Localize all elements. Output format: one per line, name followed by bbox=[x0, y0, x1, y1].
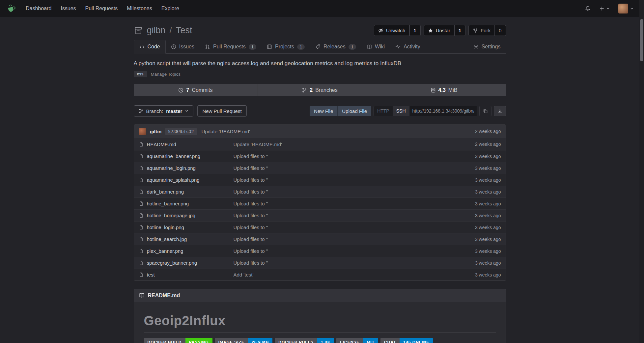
unwatch-button[interactable]: Unwatch bbox=[374, 25, 409, 36]
ssh-toggle[interactable]: SSH bbox=[393, 106, 409, 116]
file-icon bbox=[139, 177, 144, 182]
navbar-link[interactable]: Explore bbox=[157, 0, 184, 17]
new-pull-request-button[interactable]: New Pull Request bbox=[197, 105, 246, 117]
activity-icon bbox=[395, 44, 401, 49]
chevron-down-icon bbox=[630, 7, 633, 10]
file-commit-time: 3 weeks ago bbox=[475, 213, 501, 218]
watchers-count[interactable]: 1 bbox=[409, 25, 420, 36]
repo-owner-link[interactable]: gilbn bbox=[147, 25, 166, 36]
commit-message-link[interactable]: Update 'README.md' bbox=[202, 129, 250, 134]
file-icon bbox=[139, 237, 144, 242]
branches-stat[interactable]: 2 Branches bbox=[258, 84, 382, 96]
new-file-button[interactable]: New File bbox=[310, 106, 338, 116]
shield-badge[interactable]: CHAT 146 ONLINE bbox=[380, 338, 433, 343]
file-icon bbox=[139, 272, 144, 277]
manage-topics-link[interactable]: Manage Topics bbox=[151, 72, 181, 77]
clipboard-icon bbox=[483, 109, 488, 114]
navbar-link[interactable]: Pull Requests bbox=[81, 0, 123, 17]
branch-dropdown[interactable]: Branch: master bbox=[134, 105, 194, 117]
star-icon bbox=[428, 28, 433, 33]
file-actions-group: New File Upload File bbox=[310, 106, 371, 116]
file-name-link[interactable]: test bbox=[147, 272, 155, 277]
readme-title: Geoip2Influx bbox=[144, 313, 496, 332]
clone-url-input[interactable] bbox=[409, 106, 477, 116]
navbar-link[interactable]: Dashboard bbox=[21, 0, 56, 17]
file-row: test Add 'test' 3 weeks ago bbox=[134, 269, 506, 280]
tab-activity[interactable]: Activity bbox=[390, 40, 426, 53]
forks-count[interactable]: 0 bbox=[495, 25, 506, 36]
stars-count[interactable]: 1 bbox=[455, 25, 465, 36]
http-toggle[interactable]: HTTP bbox=[374, 106, 393, 116]
file-commit-message-link[interactable]: Upload files to '' bbox=[234, 224, 475, 230]
file-commit-message-link[interactable]: Update 'README.md' bbox=[234, 142, 475, 147]
tab-wiki[interactable]: Wiki bbox=[361, 40, 390, 53]
repo-title: gilbn / Test bbox=[134, 25, 192, 36]
navbar-link[interactable]: Issues bbox=[56, 0, 80, 17]
copy-url-button[interactable] bbox=[479, 106, 491, 116]
chevron-down-icon bbox=[185, 109, 188, 113]
file-name-link[interactable]: aquamarine_login.png bbox=[147, 165, 196, 171]
commit-author-avatar bbox=[139, 128, 146, 135]
shield-badge[interactable]: DOCKER PULLS 1.4K bbox=[275, 338, 334, 343]
fork-button[interactable]: Fork bbox=[468, 25, 495, 36]
user-menu[interactable] bbox=[618, 4, 633, 13]
file-commit-message-link[interactable]: Upload files to '' bbox=[234, 201, 475, 206]
tab-projects[interactable]: Projects 1 bbox=[262, 40, 310, 53]
file-name-cell: plex_banner.png bbox=[139, 248, 234, 254]
file-name-cell: dark_banner.png bbox=[139, 189, 234, 195]
shield-badge[interactable]: DOCKER BUILD PASSING bbox=[144, 338, 212, 343]
file-name-link[interactable]: hotline_banner.png bbox=[147, 201, 189, 206]
file-commit-message-link[interactable]: Add 'test' bbox=[234, 272, 475, 277]
repo-name-link[interactable]: Test bbox=[176, 25, 192, 36]
gitea-logo-icon[interactable] bbox=[6, 3, 16, 14]
file-commit-message-link[interactable]: Upload files to '' bbox=[234, 260, 475, 266]
unstar-button[interactable]: Unstar bbox=[424, 25, 455, 36]
file-commit-message-link[interactable]: Upload files to '' bbox=[234, 248, 475, 254]
file-row: README.md Update 'README.md' 2 weeks ago bbox=[134, 138, 506, 150]
shield-badge[interactable]: IMAGE SIZE 26.9 MB bbox=[215, 338, 273, 343]
file-commit-message-link[interactable]: Upload files to '' bbox=[234, 165, 475, 171]
upload-file-button[interactable]: Upload File bbox=[338, 106, 371, 116]
file-commit-time: 3 weeks ago bbox=[475, 201, 501, 206]
commit-hash-link[interactable]: 57384bfc32 bbox=[165, 128, 197, 135]
file-name-cell: aquamarine_banner.png bbox=[139, 153, 234, 159]
file-name-link[interactable]: hotline_login.png bbox=[147, 224, 184, 230]
unstar-group: Unstar 1 bbox=[424, 25, 466, 36]
app: Dashboard Issues Pull Requests Milestone… bbox=[0, 0, 639, 343]
readme-body: Geoip2Influx DOCKER BUILD PASSING IMAGE … bbox=[134, 302, 506, 343]
commit-author-link[interactable]: gilbn bbox=[150, 129, 162, 134]
branch-icon bbox=[302, 88, 307, 93]
file-commit-message-link[interactable]: Upload files to '' bbox=[234, 153, 475, 159]
file-commit-message-link[interactable]: Upload files to '' bbox=[234, 189, 475, 195]
file-name-link[interactable]: dark_banner.png bbox=[147, 189, 184, 195]
file-name-link[interactable]: README.md bbox=[147, 142, 176, 147]
file-commit-message-link[interactable]: Upload files to '' bbox=[234, 213, 475, 218]
file-commit-message-link[interactable]: Upload files to '' bbox=[234, 177, 475, 183]
notifications-button[interactable] bbox=[585, 6, 591, 12]
create-new-button[interactable] bbox=[599, 6, 610, 11]
shield-badge[interactable]: LICENSE MIT bbox=[336, 338, 378, 343]
file-name-cell: README.md bbox=[139, 142, 234, 147]
file-name-link[interactable]: aquamarine_banner.png bbox=[147, 153, 201, 159]
file-name-link[interactable]: plex_banner.png bbox=[147, 248, 183, 254]
top-navbar: Dashboard Issues Pull Requests Milestone… bbox=[0, 0, 639, 17]
tab-code[interactable]: Code bbox=[134, 40, 166, 54]
plus-icon bbox=[599, 6, 604, 11]
repo-actions: Unwatch 1 Unstar 1 bbox=[374, 25, 506, 36]
tab-pull-requests[interactable]: Pull Requests 1 bbox=[200, 40, 262, 53]
file-name-link[interactable]: spacegray_banner.png bbox=[147, 260, 197, 266]
commits-stat[interactable]: 7 Commits bbox=[134, 84, 258, 96]
navbar-link[interactable]: Milestones bbox=[122, 0, 156, 17]
file-commit-message-link[interactable]: Upload files to '' bbox=[234, 236, 475, 242]
download-button[interactable] bbox=[494, 106, 506, 116]
clone-protocol-group: HTTP SSH bbox=[374, 106, 477, 116]
file-name-cell: spacegray_banner.png bbox=[139, 260, 234, 266]
file-commit-time: 3 weeks ago bbox=[475, 249, 501, 254]
scrollbar-thumb[interactable] bbox=[640, 19, 643, 61]
file-name-link[interactable]: aquamarine_splash.png bbox=[147, 177, 200, 183]
file-name-link[interactable]: hotline_search.jpg bbox=[147, 236, 187, 242]
tab-issues[interactable]: Issues bbox=[166, 40, 200, 53]
tab-releases[interactable]: Releases 1 bbox=[310, 40, 361, 53]
file-name-link[interactable]: hotline_homepage.jpg bbox=[147, 213, 196, 218]
tab-settings[interactable]: Settings bbox=[468, 40, 506, 53]
